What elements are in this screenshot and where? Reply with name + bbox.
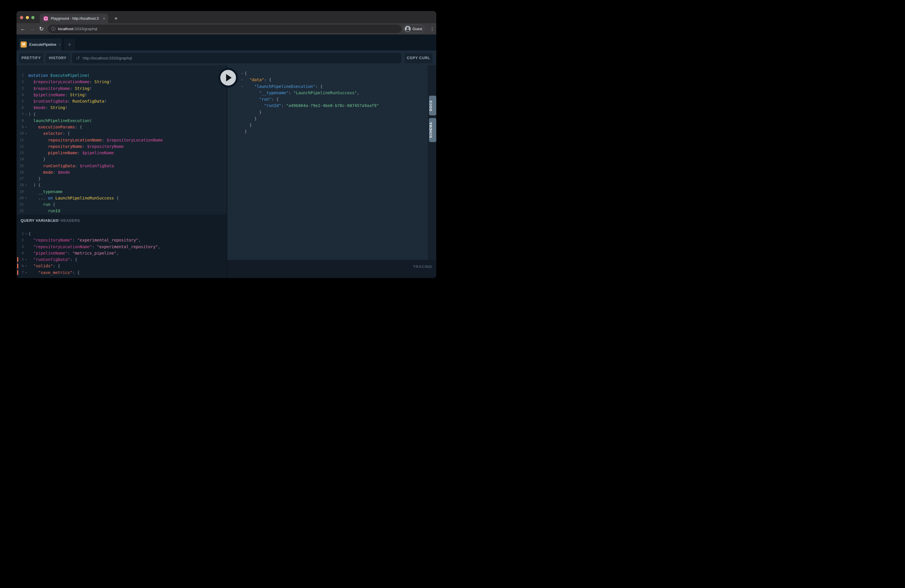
close-window-button[interactable] xyxy=(20,16,23,19)
line-number: 9 xyxy=(16,124,24,130)
endpoint-input[interactable]: ↺ http://localhost:3333/graphql xyxy=(72,53,401,63)
fold-spacer xyxy=(24,104,29,111)
lint-marker xyxy=(17,270,18,275)
tab-http-headers[interactable]: HTTP HEADERS xyxy=(49,218,80,222)
forward-icon[interactable]: → xyxy=(28,23,36,35)
fold-spacer xyxy=(24,189,29,195)
fold-toggle-icon[interactable]: ▾ xyxy=(24,230,29,237)
line-number: 1 xyxy=(16,230,24,237)
fold-toggle-icon[interactable]: ▾ xyxy=(240,76,245,83)
line-number: 18 xyxy=(16,182,24,188)
fold-spacer xyxy=(24,250,29,256)
url-path: :3333/graphql xyxy=(73,27,97,31)
fold-spacer xyxy=(24,237,29,243)
code-line: } xyxy=(240,115,428,122)
endpoint-url: http://localhost:3333/graphql xyxy=(83,56,132,60)
fold-spacer xyxy=(24,72,29,79)
fold-spacer xyxy=(24,175,29,182)
line-number: 1 xyxy=(16,72,24,79)
fold-spacer xyxy=(240,109,245,115)
fold-spacer xyxy=(24,156,29,162)
avatar-icon xyxy=(405,26,411,32)
line-number: 22 xyxy=(16,208,24,214)
code-line: 11 repositoryLocationName: $repositoryLo… xyxy=(16,137,227,143)
fold-spacer xyxy=(24,169,29,175)
url-bar[interactable]: ⓘ localhost :3333/graphql xyxy=(48,25,402,33)
tracing-toggle[interactable]: TRACING xyxy=(413,264,432,269)
prettify-button[interactable]: PRETTIFY xyxy=(19,53,43,63)
line-number: 14 xyxy=(16,156,24,162)
line-number: 20 xyxy=(16,195,24,201)
query-variables-pane[interactable]: QUERY VARIABLES HTTP HEADERS 1▾{2 "repos… xyxy=(16,215,227,278)
playground-tab-strip: M ExecutePipeline × + ⚙ xyxy=(16,35,436,51)
code-line: 10▾ selector: { xyxy=(16,130,227,137)
browser-menu-icon[interactable]: ⋮ xyxy=(429,23,436,35)
browser-toolbar: ← → ↻ ⓘ localhost :3333/graphql Guest ⋮ xyxy=(16,23,436,35)
browser-titlebar: Playground - http://localhost:3 × + xyxy=(16,11,436,23)
url-host: localhost xyxy=(58,27,73,31)
line-number: 5 xyxy=(16,98,24,104)
code-line: 18▾ ) { xyxy=(16,182,227,188)
code-line: ▾{ xyxy=(240,70,428,76)
code-line: 2 "repositoryName": "experimental_reposi… xyxy=(16,237,227,243)
fold-spacer xyxy=(24,163,29,169)
fold-toggle-icon[interactable]: ▾ xyxy=(24,195,29,201)
code-line: 17 } xyxy=(16,175,227,182)
fold-toggle-icon[interactable]: ▾ xyxy=(24,269,29,276)
fold-toggle-icon[interactable]: ▾ xyxy=(24,130,29,137)
response-json: ▾{▾ "data": {▾ "launchPipelineExecution"… xyxy=(240,70,428,135)
browser-tab[interactable]: Playground - http://localhost:3 × xyxy=(40,14,108,23)
history-button[interactable]: HISTORY xyxy=(46,53,70,63)
query-editor-code: 1mutation ExecutePipeline(2 $repositoryL… xyxy=(16,72,227,215)
reload-icon[interactable]: ↻ xyxy=(37,23,46,35)
variables-code: 1▾{2 "repositoryName": "experimental_rep… xyxy=(16,230,227,276)
zoom-window-button[interactable] xyxy=(31,16,35,19)
profile-label: Guest xyxy=(413,27,422,31)
right-sidebar-column xyxy=(428,65,436,260)
fold-spacer xyxy=(24,118,29,124)
code-line: 21 run { xyxy=(16,201,227,208)
code-line: ▾ "launchPipelineExecution": { xyxy=(240,83,428,90)
line-number: 2 xyxy=(16,237,24,243)
code-line: 16 mode: $mode xyxy=(16,169,227,175)
line-number: 17 xyxy=(16,175,24,182)
code-line: 7▾) { xyxy=(16,111,227,118)
code-line: 20▾ ... on LaunchPipelineRunSuccess { xyxy=(16,195,227,201)
code-line: 4 "pipelineName": "metrics_pipeline", xyxy=(16,250,227,256)
fold-toggle-icon[interactable]: ▾ xyxy=(240,70,245,76)
line-number: 3 xyxy=(16,243,24,250)
line-number: 6 xyxy=(16,104,24,111)
fold-toggle-icon[interactable]: ▾ xyxy=(24,263,29,269)
code-line: 7▾ "save_metrics": { xyxy=(16,269,227,276)
back-icon[interactable]: ← xyxy=(19,23,27,35)
fold-spacer xyxy=(24,143,29,149)
fold-spacer xyxy=(240,96,245,102)
minimize-window-button[interactable] xyxy=(26,16,29,19)
fold-toggle-icon[interactable]: ▾ xyxy=(24,182,29,188)
code-line: 1mutation ExecutePipeline( xyxy=(16,72,227,79)
fold-spacer xyxy=(240,102,245,109)
fold-toggle-icon[interactable]: ▾ xyxy=(240,83,245,90)
tab-schema[interactable]: SCHEMA xyxy=(429,118,436,142)
fold-toggle-icon[interactable]: ▾ xyxy=(24,256,29,263)
close-session-icon[interactable]: × xyxy=(59,42,61,47)
graphql-favicon-icon xyxy=(43,16,48,21)
code-line: 14 } xyxy=(16,156,227,162)
lint-marker xyxy=(17,257,18,262)
fold-toggle-icon[interactable]: ▾ xyxy=(24,111,29,118)
execute-query-button[interactable] xyxy=(218,68,238,87)
new-tab-button[interactable]: + xyxy=(112,15,120,22)
page-info-icon[interactable]: ⓘ xyxy=(51,26,56,32)
query-editor-pane[interactable]: 1mutation ExecutePipeline(2 $repositoryL… xyxy=(16,65,227,215)
new-session-tab-button[interactable]: + xyxy=(64,38,75,51)
profile-button[interactable]: Guest xyxy=(403,25,424,33)
code-line: 4 $pipelineName: String! xyxy=(16,92,227,98)
session-tab-executepipeline[interactable]: M ExecutePipeline × xyxy=(19,38,62,51)
copy-curl-button[interactable]: COPY CURL xyxy=(404,53,432,63)
fold-toggle-icon[interactable]: ▾ xyxy=(24,124,29,130)
line-number: 16 xyxy=(16,169,24,175)
line-number: 13 xyxy=(16,149,24,156)
close-tab-icon[interactable]: × xyxy=(103,16,105,21)
tab-docs[interactable]: DOCS xyxy=(429,96,436,115)
line-number: 10 xyxy=(16,130,24,137)
